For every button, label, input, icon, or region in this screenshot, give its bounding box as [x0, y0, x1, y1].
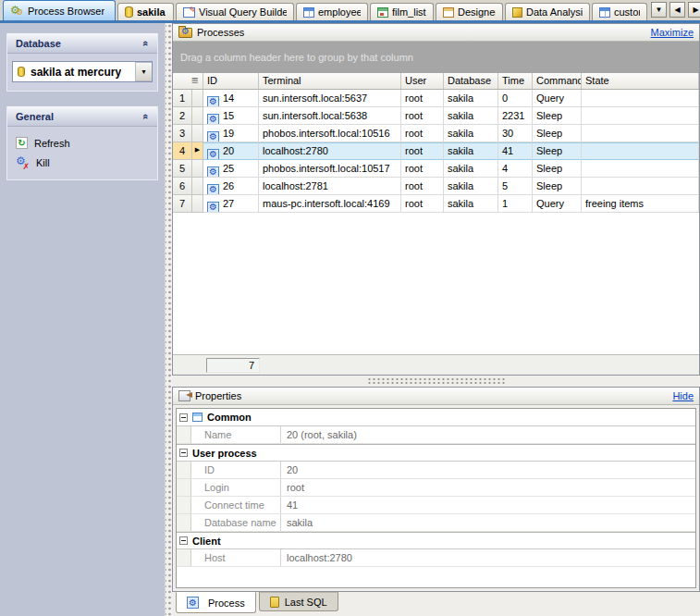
cube-icon [512, 7, 522, 18]
collapse-chevron-icon[interactable]: « [143, 38, 149, 49]
process-row-selected[interactable]: 4 ▶ ⚙20 localhost:2780 root sakila 41 Sl… [173, 142, 699, 160]
tab-scroll-left-button[interactable]: ◀ [669, 2, 685, 18]
property-group-user-process[interactable]: User process [177, 444, 695, 462]
collapse-chevron-icon[interactable]: « [143, 111, 149, 122]
column-header-id[interactable]: ID [203, 73, 259, 89]
row-number: 7 [173, 195, 192, 213]
row-marker [192, 107, 203, 125]
process-row[interactable]: 7 ⚙27 maus-pc.intersoft.local:4169 root … [173, 195, 699, 213]
process-gear-icon: ⚙ [207, 166, 219, 179]
cell-terminal: phobos.intersoft.local:10516 [259, 125, 401, 142]
tab-designer[interactable]: Designer [436, 3, 503, 20]
property-value: root [281, 479, 695, 496]
database-icon [125, 6, 133, 18]
cell-id: ⚙27 [203, 195, 259, 213]
property-row[interactable]: ID 20 [177, 462, 695, 479]
properties-grid: Common Name 20 (root, sakila) User proce… [176, 408, 696, 588]
tab-label: employee [318, 6, 361, 18]
database-select-dropdown-button[interactable]: ▼ [135, 62, 152, 81]
tab-label: Process Browser [28, 6, 104, 17]
cell-id: ⚙26 [203, 178, 259, 195]
cell-terminal: sun.intersoft.local:5638 [259, 107, 401, 125]
properties-panel: Properties Hide Common Name 20 (root, sa… [172, 387, 700, 592]
cell-user: root [401, 160, 444, 178]
tab-film-list[interactable]: film_list [370, 3, 434, 20]
tab-list-dropdown-button[interactable]: ▼ [651, 2, 667, 18]
process-row[interactable]: 6 ⚙26 localhost:2781 root sakila 5 Sleep [173, 178, 699, 195]
maximize-link[interactable]: Maximize [651, 27, 694, 38]
tab-last-sql[interactable]: Last SQL [259, 592, 338, 611]
process-row[interactable]: 3 ⚙19 phobos.intersoft.local:10516 root … [173, 125, 699, 142]
cell-command: Sleep [533, 125, 582, 142]
property-row[interactable]: Login root [177, 479, 695, 497]
collapse-icon[interactable] [179, 536, 188, 545]
hide-link[interactable]: Hide [672, 390, 694, 401]
process-row[interactable]: 1 ⚙14 sun.intersoft.local:5637 root saki… [173, 90, 699, 107]
document-tabbar: ⚙⚙ Process Browser sakila ✎ Visual Query… [0, 0, 700, 20]
properties-tabbar: ⚙ Process Last SQL [172, 592, 700, 616]
property-value: localhost:2780 [281, 549, 695, 566]
refresh-action[interactable]: ↻ Refresh [7, 133, 157, 153]
grid-corner-cell[interactable]: ≣ [173, 73, 203, 89]
cell-terminal: maus-pc.intersoft.local:4169 [259, 195, 401, 213]
sidebar-splitter[interactable] [165, 23, 172, 616]
tab-process-browser[interactable]: ⚙⚙ Process Browser [3, 0, 116, 20]
tab-label: Process [208, 598, 245, 609]
process-gear-icon: ⚙ [207, 96, 219, 108]
property-row[interactable]: Connect time 41 [177, 497, 695, 514]
cell-time: 2231 [498, 107, 533, 125]
tab-customer[interactable]: custor [592, 3, 647, 20]
panel-splitter[interactable] [172, 376, 700, 387]
collapse-icon[interactable] [179, 449, 188, 457]
column-header-database[interactable]: Database [444, 73, 498, 89]
property-group-common[interactable]: Common [177, 409, 695, 426]
property-row[interactable]: Name 20 (root, sakila) [177, 426, 695, 444]
grid-footer: 7 [173, 354, 699, 375]
column-header-time[interactable]: Time [498, 73, 533, 89]
database-select[interactable]: sakila at mercury ▼ [12, 61, 153, 82]
sidebar-group-header-general[interactable]: General « [7, 106, 157, 127]
tab-employee[interactable]: employee [296, 3, 368, 20]
tab-scroll-right-button[interactable]: ▶ [688, 2, 700, 18]
cell-command: Sleep [533, 160, 582, 178]
processes-folder-gear-icon: ⚙ [178, 28, 192, 38]
cell-command: Sleep [533, 142, 582, 160]
tab-data-analysis[interactable]: Data Analysis [505, 3, 590, 20]
column-header-command[interactable]: Command [533, 73, 582, 89]
sidebar-group-database: Database « sakila at mercury ▼ [6, 33, 158, 92]
property-label: Connect time [191, 497, 281, 513]
column-header-user[interactable]: User [401, 73, 444, 89]
column-header-state[interactable]: State [582, 73, 699, 89]
group-by-box[interactable]: Drag a column header here to group by th… [173, 42, 699, 73]
row-number: 6 [173, 178, 192, 195]
cell-database: sakila [444, 125, 498, 142]
property-group-client[interactable]: Client [177, 532, 695, 549]
property-row[interactable]: Host localhost:2780 [177, 549, 695, 567]
cell-state [582, 90, 699, 107]
property-label: ID [191, 462, 281, 478]
collapse-icon[interactable] [179, 413, 188, 422]
tab-process[interactable]: ⚙ Process [176, 592, 256, 613]
tab-label: Designer [458, 6, 496, 18]
tab-sakila[interactable]: sakila [117, 3, 174, 20]
processes-panel-header: ⚙ Processes Maximize [173, 24, 699, 42]
refresh-icon: ↻ [16, 137, 28, 149]
gears-icon: ⚙⚙ [10, 5, 24, 18]
cell-state [582, 125, 699, 142]
cell-database: sakila [444, 142, 498, 160]
cell-id: ⚙15 [203, 107, 259, 125]
cell-terminal: phobos.intersoft.local:10517 [259, 160, 401, 178]
property-label: Database name [191, 514, 281, 531]
row-number: 3 [173, 125, 192, 142]
property-row[interactable]: Database name sakila [177, 514, 695, 532]
sidebar: Database « sakila at mercury ▼ General «… [0, 23, 165, 616]
kill-action[interactable]: ⚙✗ Kill [7, 153, 157, 172]
column-header-terminal[interactable]: Terminal [259, 73, 401, 89]
tab-visual-query-builder[interactable]: ✎ Visual Query Builder [176, 3, 294, 20]
process-row[interactable]: 5 ⚙25 phobos.intersoft.local:10517 root … [173, 160, 699, 178]
sidebar-group-header-database[interactable]: Database « [7, 33, 157, 54]
process-row[interactable]: 2 ⚙15 sun.intersoft.local:5638 root saki… [173, 107, 699, 125]
kill-icon: ⚙✗ [16, 156, 30, 168]
cell-terminal: sun.intersoft.local:5637 [259, 90, 401, 107]
tab-label: Visual Query Builder [199, 6, 287, 18]
